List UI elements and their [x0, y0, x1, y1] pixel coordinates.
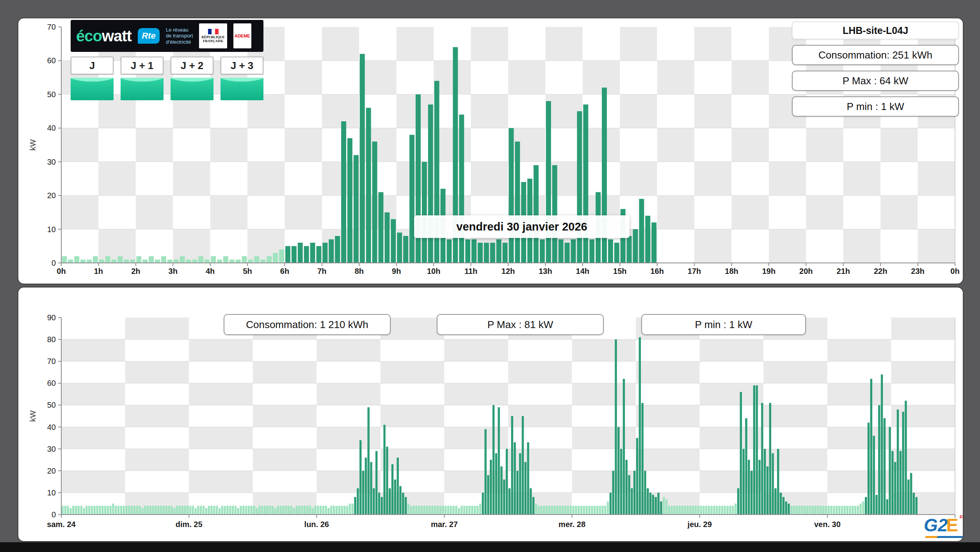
bar[interactable] — [213, 506, 215, 515]
bar[interactable] — [617, 427, 619, 515]
bar[interactable] — [375, 451, 377, 515]
bar[interactable] — [431, 506, 433, 515]
bar[interactable] — [820, 506, 822, 515]
bar[interactable] — [615, 339, 617, 515]
bar[interactable] — [886, 499, 888, 515]
bar[interactable] — [254, 256, 259, 263]
bar[interactable] — [466, 506, 468, 515]
bar[interactable] — [830, 506, 832, 515]
bar[interactable] — [610, 493, 612, 515]
bar[interactable] — [589, 240, 594, 263]
bar[interactable] — [423, 506, 425, 515]
bar[interactable] — [822, 506, 824, 515]
bar[interactable] — [272, 506, 274, 515]
bar[interactable] — [503, 243, 508, 263]
bar[interactable] — [878, 405, 880, 515]
bar[interactable] — [841, 506, 843, 515]
bar[interactable] — [341, 121, 346, 263]
bar[interactable] — [347, 138, 352, 263]
bar[interactable] — [187, 506, 189, 515]
bar[interactable] — [410, 506, 412, 515]
bar[interactable] — [397, 458, 398, 515]
bar[interactable] — [437, 506, 439, 515]
bar[interactable] — [519, 453, 521, 515]
bar[interactable] — [514, 442, 516, 515]
bar[interactable] — [142, 259, 148, 263]
bar[interactable] — [403, 236, 408, 263]
bar[interactable] — [298, 506, 300, 515]
bar[interactable] — [277, 506, 279, 515]
bar[interactable] — [139, 506, 141, 515]
bar[interactable] — [751, 471, 752, 515]
bar[interactable] — [381, 497, 383, 515]
bar[interactable] — [161, 256, 166, 263]
bar[interactable] — [511, 416, 513, 515]
bar[interactable] — [546, 506, 548, 515]
bar[interactable] — [311, 508, 313, 515]
bar[interactable] — [245, 506, 247, 515]
bar[interactable] — [633, 229, 638, 263]
bar[interactable] — [141, 508, 143, 515]
bar[interactable] — [546, 101, 551, 263]
bar[interactable] — [205, 259, 210, 263]
bar[interactable] — [591, 506, 593, 515]
day-button-j2[interactable]: J + 2 — [171, 57, 213, 75]
bar[interactable] — [152, 506, 154, 515]
bar[interactable] — [391, 464, 393, 515]
bar[interactable] — [594, 506, 596, 515]
bar[interactable] — [875, 495, 877, 515]
bar[interactable] — [447, 506, 449, 515]
bar[interactable] — [785, 501, 787, 515]
bar[interactable] — [253, 506, 255, 515]
bar[interactable] — [657, 493, 659, 515]
bar[interactable] — [679, 506, 681, 515]
bar[interactable] — [719, 506, 720, 515]
bar[interactable] — [564, 506, 566, 515]
bar[interactable] — [211, 256, 216, 263]
bar[interactable] — [101, 506, 103, 515]
bar[interactable] — [862, 501, 864, 515]
bar[interactable] — [474, 506, 476, 515]
bar[interactable] — [873, 436, 875, 515]
bar[interactable] — [155, 259, 160, 263]
bar[interactable] — [285, 506, 287, 515]
bar[interactable] — [96, 506, 98, 515]
bar[interactable] — [379, 192, 384, 263]
bar[interactable] — [235, 506, 237, 515]
bar[interactable] — [673, 506, 675, 515]
bar[interactable] — [737, 488, 739, 515]
bar[interactable] — [370, 462, 372, 515]
bar[interactable] — [422, 162, 427, 263]
bar[interactable] — [267, 256, 272, 263]
day-button-j1[interactable]: J + 1 — [121, 57, 164, 75]
bar[interactable] — [459, 115, 464, 263]
bar[interactable] — [806, 506, 808, 515]
bar[interactable] — [543, 506, 545, 515]
bar[interactable] — [849, 506, 851, 515]
bar[interactable] — [343, 506, 345, 515]
bar[interactable] — [69, 508, 71, 515]
bar[interactable] — [179, 506, 181, 515]
bar[interactable] — [846, 506, 848, 515]
bar[interactable] — [295, 506, 297, 515]
bar[interactable] — [684, 506, 686, 515]
bar[interactable] — [341, 506, 343, 515]
bar[interactable] — [689, 506, 691, 515]
bar[interactable] — [767, 467, 768, 515]
bar[interactable] — [352, 504, 354, 515]
bar[interactable] — [857, 506, 859, 515]
bar[interactable] — [168, 506, 170, 515]
bar[interactable] — [716, 506, 718, 515]
bar[interactable] — [194, 508, 196, 515]
bar[interactable] — [280, 506, 282, 515]
bar[interactable] — [516, 471, 518, 515]
bar[interactable] — [409, 135, 414, 263]
bar[interactable] — [74, 256, 79, 263]
bar[interactable] — [429, 506, 430, 515]
bar[interactable] — [180, 256, 185, 263]
bar[interactable] — [506, 449, 508, 515]
bar[interactable] — [67, 506, 69, 515]
bar[interactable] — [788, 504, 790, 515]
bar[interactable] — [205, 508, 207, 515]
bar[interactable] — [535, 504, 537, 515]
